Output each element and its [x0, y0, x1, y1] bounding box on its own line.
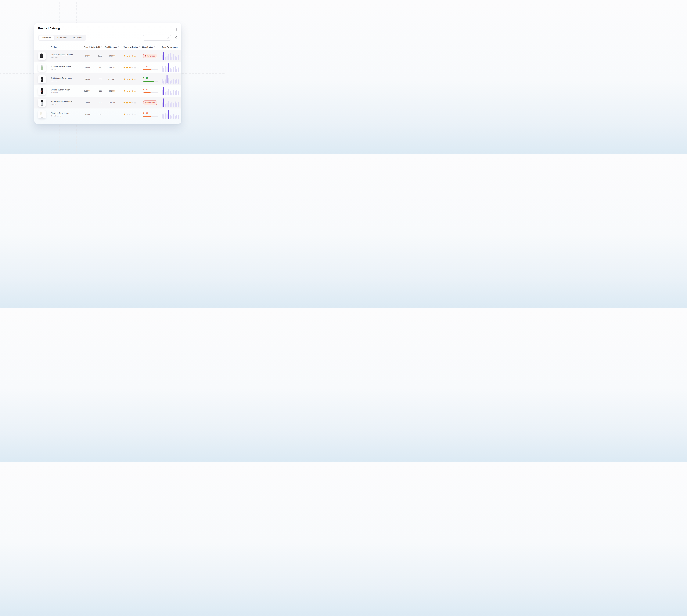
table-row[interactable]: Pure Brew Coffee GrinderKitchen$65.001,8…: [35, 97, 181, 109]
sales-bar: [175, 66, 176, 72]
sort-arrows-icon[interactable]: [101, 46, 102, 48]
sales-bar: [168, 101, 169, 107]
tab-all-products[interactable]: All Products: [39, 36, 54, 40]
star-filled-icon: ★: [123, 78, 126, 81]
product-name: Glow Lite Desk Lamp: [50, 112, 69, 114]
star-filled-icon: ★: [129, 66, 131, 69]
stock-status-cell: Not available: [141, 54, 161, 58]
filter-sliders-icon[interactable]: [174, 36, 178, 40]
sales-bar-highlight: [163, 87, 164, 95]
total-revenue-cell: $122,647: [102, 78, 119, 80]
star-filled-icon: ★: [126, 66, 129, 69]
sort-arrows-icon[interactable]: [139, 46, 140, 48]
product-thumbnail-watch: 10:47: [38, 87, 46, 95]
product-thumbnail-grinder: [38, 99, 46, 107]
star-filled-icon: ★: [126, 54, 129, 57]
column-header-label: Total Revenue: [105, 46, 117, 48]
sales-bar: [171, 57, 173, 60]
sales-bar: [173, 114, 174, 119]
column-header-label: Product: [50, 46, 57, 48]
search-icon: [167, 37, 169, 39]
table-row[interactable]: 10:47Urban Fit Smart WatchWearables$129.…: [35, 85, 181, 97]
stock-level-label: 7 / 10: [143, 77, 161, 79]
column-header-units[interactable]: Units Sold: [91, 46, 102, 48]
product-thumbnail-bottle: [38, 64, 46, 72]
sales-bar: [175, 102, 176, 107]
sales-bar: [177, 89, 177, 95]
product-category: Wearables: [50, 92, 70, 93]
table-row[interactable]: Swift Charge PowerbankElectronics$49.002…: [35, 73, 181, 85]
sales-bar: [166, 103, 167, 107]
sales-bar: [170, 68, 171, 72]
table-row[interactable]: Glow Lite Desk LampHome & Living$18.0064…: [35, 109, 181, 120]
customer-rating-stars: ★★★★★: [119, 78, 141, 81]
sales-bar: [175, 91, 176, 95]
star-filled-icon: ★: [131, 90, 134, 92]
column-header-revenue[interactable]: Total Revenue: [102, 46, 119, 48]
sales-bar: [170, 104, 171, 107]
sales-bar: [173, 103, 174, 107]
star-filled-icon: ★: [123, 90, 126, 92]
sales-bar: [165, 66, 166, 72]
product-name: Pure Brew Coffee Grinder: [50, 101, 73, 103]
sales-bar: [175, 56, 176, 60]
tab-new-arrivals[interactable]: New Arrivals: [70, 36, 86, 40]
column-header-label: Units Sold: [91, 46, 100, 48]
star-empty-icon: ★: [126, 113, 129, 116]
star-empty-icon: ★: [131, 113, 134, 116]
product-thumbnail-powerbank: [38, 75, 46, 83]
sales-performance-chart: [161, 110, 181, 119]
product-category: Home & Living: [50, 115, 69, 117]
sales-bar: [173, 54, 174, 60]
customer-rating-stars: ★★★★★: [119, 66, 141, 69]
sales-performance-chart: [161, 52, 181, 60]
units-sold-cell: 643: [91, 113, 102, 115]
star-filled-icon: ★: [134, 54, 137, 57]
star-filled-icon: ★: [129, 101, 131, 104]
sort-arrows-icon[interactable]: [154, 46, 155, 48]
sales-bar: [168, 89, 169, 95]
table-row[interactable]: EcoSip Reusable BottleLifestyle$32.00782…: [35, 62, 181, 73]
sales-bar: [163, 68, 164, 72]
sales-bar: [171, 69, 173, 72]
svg-text:10:47: 10:47: [41, 90, 43, 91]
column-header-rating[interactable]: Customer Rating: [119, 46, 141, 48]
tab-best-sellers[interactable]: Best Sellers: [54, 36, 70, 40]
sales-bar: [165, 104, 166, 107]
stock-progress-track: [143, 116, 158, 117]
column-header-label: Sales Performance: [162, 46, 178, 48]
star-empty-icon: ★: [134, 66, 137, 69]
product-category: Lifestyle: [50, 68, 71, 70]
star-filled-icon: ★: [123, 113, 126, 116]
units-sold-cell: 1,880: [91, 102, 102, 104]
kebab-menu-icon[interactable]: [176, 27, 178, 32]
column-header-label: Price: [84, 46, 88, 48]
sales-bar: [170, 81, 171, 84]
sales-performance-chart: [161, 75, 181, 84]
product-name: Urban Fit Smart Watch: [50, 89, 70, 91]
product-name: Nimbus Wireless Earbuds: [50, 53, 73, 56]
price-cell: $65.00: [80, 102, 91, 104]
units-sold-cell: 782: [91, 67, 102, 69]
sales-bar: [178, 55, 179, 60]
product-cell: Pure Brew Coffee GrinderKitchen: [35, 99, 80, 107]
controls-row: All ProductsBest SellersNew Arrivals: [35, 35, 181, 41]
sales-bar: [166, 67, 167, 72]
not-available-badge: Not available: [143, 54, 157, 58]
sales-bar: [162, 66, 163, 72]
sort-arrows-icon[interactable]: [118, 46, 119, 48]
sort-arrows-icon[interactable]: [89, 46, 90, 48]
sales-bar: [171, 93, 173, 95]
sales-bar: [171, 116, 173, 119]
product-cell: Glow Lite Desk LampHome & Living: [35, 110, 80, 118]
customer-rating-stars: ★★★★★: [119, 89, 141, 92]
product-name: EcoSip Reusable Bottle: [50, 65, 71, 67]
column-header-stock[interactable]: Stock Status: [141, 46, 161, 48]
column-header-price[interactable]: Price: [80, 46, 91, 48]
product-category: Electronics: [50, 57, 73, 58]
sales-bar: [177, 69, 177, 72]
sales-bar: [166, 114, 167, 119]
sales-performance-chart: [161, 63, 181, 72]
table-row[interactable]: Nimbus Wireless EarbudsElectronics$79.00…: [35, 50, 181, 62]
total-revenue-cell: $87,280: [102, 102, 119, 104]
